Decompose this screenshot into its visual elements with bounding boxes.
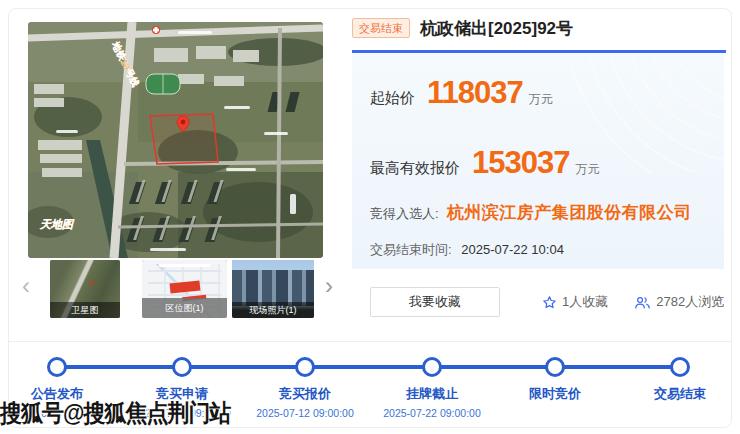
- favorite-button[interactable]: 我要收藏: [370, 287, 500, 317]
- timeline-node: [295, 357, 315, 377]
- timeline-node: [545, 357, 565, 377]
- carousel-prev-button[interactable]: ‹: [18, 272, 34, 300]
- timeline-node: [172, 357, 192, 377]
- timeline-step-label: 交易结束: [605, 385, 740, 403]
- price-unit: 万元: [575, 161, 599, 178]
- views-count-text: 2782人浏览: [656, 293, 724, 311]
- thumbnail-label: 区位图(1): [142, 298, 227, 318]
- auction-info-panel: 起始价 118037 万元 交易 结束 最高有效报价 153037 万元 竞得入…: [352, 53, 724, 269]
- timeline-step-date: [605, 407, 740, 419]
- winner-name: 杭州滨江房产集团股份有限公司: [447, 201, 692, 224]
- listing-title: 杭政储出[2025]92号: [420, 17, 573, 40]
- satellite-map[interactable]: 地铁10号线 天地图: [28, 22, 323, 258]
- timeline-step-closed: 交易结束: [605, 341, 740, 419]
- start-price-label: 起始价: [370, 89, 415, 108]
- views-count: 2782人浏览: [634, 293, 724, 311]
- end-time-value: 2025-07-22 10:04: [461, 242, 564, 257]
- price-unit: 万元: [529, 91, 553, 108]
- timeline-node: [670, 357, 690, 377]
- map-provider-logo: 天地图: [39, 218, 75, 230]
- thumbnail-carousel: ‹ 卫星图 区位图(1) 现场照片(1) ›: [16, 258, 331, 322]
- highest-bid-value: 153037: [472, 145, 569, 181]
- thumbnail-site-photo[interactable]: 现场照片(1): [232, 260, 314, 318]
- satellite-map-image: 地铁10号线 天地图: [28, 22, 323, 258]
- people-icon: [634, 295, 651, 310]
- end-time-label: 交易结束时间:: [370, 242, 452, 257]
- winner-label: 竞得入选人:: [370, 205, 439, 223]
- timeline-node: [422, 357, 442, 377]
- thumbnail-satellite[interactable]: 卫星图: [50, 260, 120, 318]
- favorite-count[interactable]: 1人收藏: [542, 293, 608, 311]
- status-badge: 交易结束: [352, 18, 410, 38]
- timeline-node: [47, 357, 67, 377]
- thumbnail-location-map[interactable]: 区位图(1): [142, 260, 227, 318]
- highest-bid-label: 最高有效报价: [370, 159, 460, 178]
- sohu-watermark: 搜狐号@搜狐焦点荆门站: [0, 397, 230, 429]
- start-price-value: 118037: [427, 75, 523, 111]
- carousel-next-button[interactable]: ›: [321, 272, 337, 300]
- star-icon: [542, 295, 557, 310]
- thumbnail-label: 卫星图: [50, 302, 120, 318]
- favorite-count-text: 1人收藏: [562, 293, 608, 311]
- thumbnail-label: 现场照片(1): [232, 302, 314, 318]
